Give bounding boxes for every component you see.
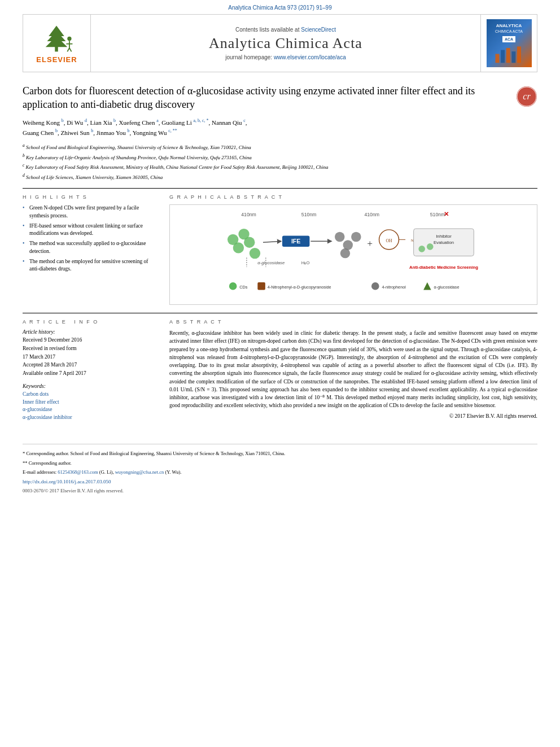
journal-thumbnail: ANALYTICA CHIMICA ACTA ACA — [487, 19, 532, 67]
svg-rect-48 — [257, 282, 265, 290]
svg-text:510nm: 510nm — [301, 212, 317, 217]
svg-text:OH: OH — [386, 238, 392, 243]
svg-point-44 — [427, 243, 434, 250]
history-received: Received 9 December 2016 — [23, 337, 158, 344]
article-info-label: A R T I C L E I N F O — [23, 319, 158, 325]
svg-rect-12 — [511, 51, 515, 63]
graphical-abstract-label: G R A P H I C A L A B S T R A C T — [169, 194, 537, 200]
affiliations: a School of Food and Biological Engineer… — [23, 142, 537, 181]
svg-point-34 — [340, 248, 350, 258]
svg-marker-3 — [46, 36, 68, 46]
email2-link[interactable]: wuyongning@cfsa.net.cn — [115, 469, 164, 475]
svg-point-31 — [335, 232, 344, 242]
homepage-link[interactable]: www.elsevier.com/locate/aca — [274, 54, 346, 60]
keywords-label: Keywords: — [23, 383, 158, 389]
footer-email-line: E-mail addresses: 61254368@163.com (G. L… — [23, 469, 537, 476]
svg-point-46 — [229, 282, 237, 290]
svg-text:CDs: CDs — [239, 285, 247, 290]
elsevier-logo-area: ELSEVIER — [23, 15, 91, 72]
graphical-abstract-svg: 410nm 510nm 410nm 510nm ✕ — [174, 209, 532, 300]
crossmark-badge[interactable]: cr — [516, 86, 537, 108]
keyword-3: α-glucosidase — [23, 406, 158, 414]
svg-point-25 — [244, 237, 255, 248]
svg-point-50 — [371, 282, 379, 290]
svg-point-26 — [250, 248, 260, 259]
authors-line: Weiheng Kong b, Di Wu d, Lian Xia b, Xue… — [23, 117, 537, 138]
svg-text:Anti-diabetic Medicine Screeni: Anti-diabetic Medicine Screening — [409, 265, 478, 270]
article-content: cr Carbon dots for fluorescent detection… — [0, 76, 560, 438]
keyword-4: α-glucosidase inhibitor — [23, 414, 158, 422]
svg-text:α-glucosidase: α-glucosidase — [434, 285, 460, 290]
svg-text:H₂O: H₂O — [301, 260, 310, 265]
email2-name: Y. Wu — [167, 469, 178, 475]
svg-rect-0 — [55, 46, 59, 51]
sciencedirect-link[interactable]: ScienceDirect — [301, 27, 336, 33]
svg-point-43 — [418, 246, 425, 252]
footer-area: * Corresponding author. School of Food a… — [23, 444, 537, 495]
graphical-abstract-col: G R A P H I C A L A B S T R A C T 410nm … — [169, 194, 537, 305]
corresponding-note-1: * Corresponding author. School of Food a… — [23, 450, 537, 457]
journal-chart-icon — [492, 44, 526, 64]
journal-header-box: ELSEVIER Contents lists available at Sci… — [23, 14, 537, 72]
svg-rect-13 — [517, 46, 521, 63]
issn-line: 0003-2670/© 2017 Elsevier B.V. All right… — [23, 487, 537, 495]
article-history: Article history: Received 9 December 201… — [23, 329, 158, 378]
email-label: E-mail addresses: — [23, 469, 56, 475]
highlight-item-3: The method was successfully applied to α… — [23, 240, 158, 256]
affil-b: b Key Laboratory of Life-Organic Analysi… — [23, 152, 537, 162]
svg-text:4-nitrophenol: 4-nitrophenol — [382, 285, 406, 290]
svg-text:410nm: 410nm — [241, 212, 256, 217]
abstract-body: Recently, α-glucosidase inhibitor has be… — [169, 330, 537, 408]
abstract-label: A B S T R A C T — [169, 319, 537, 325]
info-abstract-row: A R T I C L E I N F O Article history: R… — [23, 313, 537, 422]
svg-text:✕: ✕ — [444, 211, 449, 217]
history-revised-label: Received in revised form — [23, 345, 158, 353]
svg-rect-10 — [501, 50, 505, 63]
journal-citation: Analytica Chimica Acta 973 (2017) 91–99 — [0, 0, 560, 11]
elsevier-tree-icon — [37, 23, 76, 54]
abstract-copyright: © 2017 Elsevier B.V. All rights reserved… — [169, 412, 537, 420]
svg-line-7 — [68, 48, 70, 51]
svg-text:+: + — [367, 238, 373, 249]
affil-d: d School of Life Sciences, Xiamen Univer… — [23, 172, 537, 182]
svg-text:Inhibitor: Inhibitor — [436, 234, 452, 239]
affil-c: c Key Laboratory of Food Safety Risk Ass… — [23, 162, 537, 172]
affil-a: a School of Food and Biological Engineer… — [23, 142, 537, 152]
svg-point-4 — [68, 36, 72, 40]
history-online: Available online 7 April 2017 — [23, 370, 158, 378]
highlight-item-4: The method can be employed for sensitive… — [23, 258, 158, 274]
highlight-item-2: IFE-based sensor without covalent linkin… — [23, 222, 158, 238]
abstract-text: Recently, α-glucosidase inhibitor has be… — [169, 329, 537, 420]
svg-text:IFE: IFE — [291, 238, 301, 244]
email1-link[interactable]: 61254368@163.com — [58, 469, 98, 475]
article-title: Carbon dots for fluorescent detection of… — [23, 84, 537, 112]
highlight-item-1: Green N-doped CDs were first prepared by… — [23, 204, 158, 220]
keyword-1: Carbon dots — [23, 391, 158, 399]
journal-name-area: Contents lists available at ScienceDirec… — [91, 15, 480, 72]
journal-thumbnail-area: ANALYTICA CHIMICA ACTA ACA — [480, 15, 537, 72]
journal-title: Analytica Chimica Acta — [209, 35, 362, 52]
svg-marker-52 — [423, 282, 431, 290]
abstract-col: A B S T R A C T Recently, α-glucosidase … — [169, 319, 537, 422]
history-revised-date: 17 March 2017 — [23, 353, 158, 361]
highlights-col: H I G H L I G H T S Green N-doped CDs we… — [23, 194, 158, 305]
history-accepted: Accepted 28 March 2017 — [23, 361, 158, 369]
svg-rect-9 — [495, 54, 499, 63]
elsevier-brand-text: ELSEVIER — [36, 55, 77, 64]
highlights-list: Green N-doped CDs were first prepared by… — [23, 204, 158, 273]
svg-rect-11 — [506, 48, 510, 63]
svg-line-29 — [263, 241, 281, 242]
doi-line[interactable]: http://dx.doi.org/10.1016/j.aca.2017.03.… — [23, 478, 537, 486]
title-area: cr Carbon dots for fluorescent detection… — [23, 84, 537, 112]
svg-text:410nm: 410nm — [364, 212, 379, 217]
svg-text:cr: cr — [523, 91, 531, 101]
svg-text:α-glucosidase: α-glucosidase — [257, 260, 285, 265]
doi-text: http://dx.doi.org/10.1016/j.aca.2017.03.… — [23, 479, 111, 484]
corresponding-note-2: ** Corresponding author. — [23, 460, 537, 467]
keywords-section: Keywords: Carbon dots Inner filter effec… — [23, 383, 158, 422]
article-info-col: A R T I C L E I N F O Article history: R… — [23, 319, 158, 422]
highlights-graphical-row: H I G H L I G H T S Green N-doped CDs we… — [23, 188, 537, 305]
email1-name: G. Li — [101, 469, 111, 475]
homepage-line: journal homepage: www.elsevier.com/locat… — [225, 54, 345, 60]
contents-available-text: Contents lists available at ScienceDirec… — [235, 27, 336, 33]
